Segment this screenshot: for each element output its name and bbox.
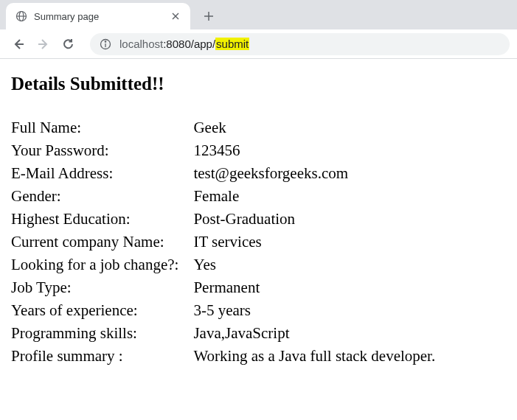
page-title: Details Submitted!! <box>11 74 506 94</box>
info-icon[interactable] <box>99 38 112 51</box>
page-content: Details Submitted!! Full Name:GeekYour P… <box>0 59 517 382</box>
browser-tab[interactable]: Summary page <box>6 3 190 29</box>
table-row: Profile summary :Working as a Java full … <box>11 345 443 368</box>
field-value: 3-5 years <box>193 299 443 322</box>
url-path: :8080/app/ <box>163 38 215 50</box>
table-row: Full Name:Geek <box>11 116 443 139</box>
field-label: Profile summary : <box>11 345 193 368</box>
svg-point-11 <box>105 41 105 41</box>
tab-bar: Summary page <box>0 0 517 29</box>
field-value: test@geeksforgeeks.com <box>193 162 443 185</box>
back-button[interactable] <box>7 33 30 55</box>
field-label: Highest Education: <box>11 208 193 231</box>
forward-button[interactable] <box>32 33 55 55</box>
field-value: Working as a Java full stack developer. <box>193 345 443 368</box>
url-text: localhost:8080/app/submit <box>119 38 249 50</box>
field-label: Your Password: <box>11 139 193 162</box>
field-label: Programming skills: <box>11 322 193 345</box>
table-row: Job Type:Permanent <box>11 276 443 299</box>
browser-toolbar: localhost:8080/app/submit <box>0 29 517 59</box>
reload-button[interactable] <box>58 33 80 55</box>
details-table: Full Name:GeekYour Password:123456E-Mail… <box>11 116 443 368</box>
field-label: E-Mail Address: <box>11 162 193 185</box>
table-row: Your Password:123456 <box>11 139 443 162</box>
table-row: E-Mail Address:test@geeksforgeeks.com <box>11 162 443 185</box>
close-icon[interactable] <box>170 10 181 22</box>
field-value: Permanent <box>193 276 443 299</box>
globe-icon <box>15 10 28 23</box>
field-label: Full Name: <box>11 116 193 139</box>
field-value: Yes <box>193 253 443 276</box>
field-label: Job Type: <box>11 276 193 299</box>
new-tab-button[interactable] <box>198 5 220 27</box>
table-row: Programming skills:Java,JavaScript <box>11 322 443 345</box>
table-row: Looking for a job change?:Yes <box>11 253 443 276</box>
field-value: 123456 <box>193 139 443 162</box>
browser-chrome: Summary page <box>0 0 517 59</box>
field-label: Years of experience: <box>11 299 193 322</box>
field-label: Looking for a job change?: <box>11 253 193 276</box>
address-bar[interactable]: localhost:8080/app/submit <box>90 33 510 55</box>
table-row: Gender:Female <box>11 185 443 208</box>
url-highlighted: submit <box>215 38 249 50</box>
field-value: Female <box>193 185 443 208</box>
field-label: Gender: <box>11 185 193 208</box>
field-value: IT services <box>193 231 443 253</box>
field-value: Java,JavaScript <box>193 322 443 345</box>
table-row: Years of experience:3-5 years <box>11 299 443 322</box>
table-row: Current company Name:IT services <box>11 231 443 253</box>
tab-title: Summary page <box>34 11 164 22</box>
field-value: Post-Graduation <box>193 208 443 231</box>
table-row: Highest Education:Post-Graduation <box>11 208 443 231</box>
field-value: Geek <box>193 116 443 139</box>
url-host: localhost <box>119 38 163 50</box>
field-label: Current company Name: <box>11 231 193 253</box>
